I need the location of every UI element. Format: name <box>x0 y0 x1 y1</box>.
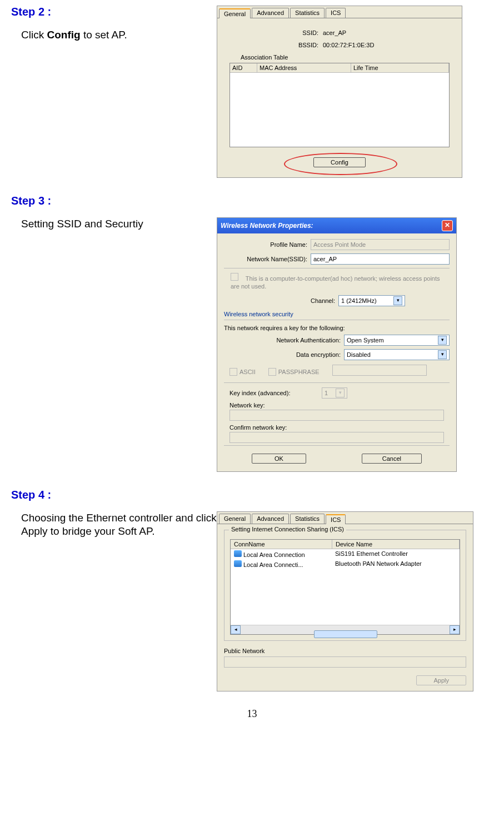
security-desc: This network requires a key for the foll… <box>224 325 450 331</box>
passphrase-input <box>332 365 427 376</box>
bssid-label: BSSID: <box>257 42 318 48</box>
network-icon <box>234 550 242 557</box>
step3-section: Step 3 : Setting SSID and Securtiy Wirel… <box>11 195 493 472</box>
confkey-input <box>229 432 444 443</box>
col-life: Life Time <box>351 63 449 72</box>
tab-advanced[interactable]: Advanced <box>252 514 289 524</box>
scroll-left-icon[interactable]: ◂ <box>231 625 241 634</box>
netkey-input <box>229 410 444 421</box>
passphrase-checkbox: PASSPHRASE <box>268 368 320 376</box>
col-aid: AID <box>230 63 257 72</box>
step3-body: Setting SSID and Securtiy <box>11 217 217 231</box>
channel-select[interactable]: 1 (2412MHz) ▾ <box>338 295 405 306</box>
chevron-down-icon: ▾ <box>438 336 447 345</box>
step4-body: Choosing the Ethernet controller and cli… <box>11 511 217 539</box>
ics-group: Setting Internet Connection Sharing (ICS… <box>224 530 466 641</box>
col-dev: Device Name <box>332 540 460 549</box>
profile-label: Profile Name: <box>224 241 307 248</box>
step4-title: Step 4 : <box>11 489 493 501</box>
chevron-down-icon: ▾ <box>393 296 402 305</box>
dialog-title: Wireless Network Properties: <box>221 222 313 230</box>
keyidx-select: 1 ▾ <box>322 387 347 399</box>
list-item[interactable]: Local Area Connecti... Bluetooth PAN Net… <box>231 559 460 569</box>
config-wrap: Config <box>224 157 455 167</box>
public-label: Public Network <box>224 648 466 654</box>
ics-legend: Setting Internet Connection Sharing (ICS… <box>229 526 346 533</box>
col-mac: MAC Address <box>257 63 351 72</box>
tab-general[interactable]: General <box>219 514 251 524</box>
ssid-label: SSID: <box>257 29 318 36</box>
network-icon <box>234 560 242 567</box>
tab-ics[interactable]: ICS <box>326 8 346 18</box>
dialog-titlebar: Wireless Network Properties: ✕ <box>217 218 456 233</box>
step4-tabs: General Advanced Statistics ICS <box>217 512 473 524</box>
keyidx-value: 1 <box>325 390 328 396</box>
tab-statistics[interactable]: Statistics <box>290 8 325 18</box>
step2-panel-body: SSID: acer_AP BSSID: 00:02:72:F1:0E:3D A… <box>217 18 462 177</box>
channel-label: Channel: <box>224 297 335 304</box>
step2-panel: General Advanced Statistics ICS SSID: ac… <box>217 6 462 178</box>
tab-ics[interactable]: ICS <box>326 514 346 524</box>
config-button[interactable]: Config <box>313 157 366 167</box>
step2-body: Click Config to set AP. <box>11 28 217 42</box>
conn-list[interactable]: ConnName Device Name Local Area Connecti… <box>230 539 460 635</box>
page-number: 13 <box>11 708 493 720</box>
apply-button[interactable]: Apply <box>416 675 466 685</box>
auth-select[interactable]: Open System ▾ <box>344 335 450 346</box>
step2-body-suffix: to set AP. <box>81 29 127 41</box>
ssid-input[interactable]: acer_AP <box>311 253 450 265</box>
col-conn: ConnName <box>231 540 332 549</box>
tab-advanced[interactable]: Advanced <box>252 8 289 18</box>
list-item[interactable]: Local Area Connection SiS191 Ethernet Co… <box>231 549 460 559</box>
scrollbar[interactable]: ◂ ▸ <box>231 625 460 634</box>
ssid-field-label: Network Name(SSID): <box>224 256 307 262</box>
public-input <box>224 656 466 668</box>
keyidx-label: Key index (advanced): <box>229 390 318 396</box>
profile-input: Access Point Mode <box>311 239 450 250</box>
ssid-value: acer_AP <box>323 29 346 36</box>
step4-panel: General Advanced Statistics ICS Setting … <box>217 511 473 691</box>
scroll-thumb[interactable] <box>314 630 378 638</box>
assoc-table: AID MAC Address Life Time <box>229 63 450 147</box>
step2-body-bold: Config <box>47 29 80 41</box>
step2-body-prefix: Click <box>21 29 47 41</box>
adhoc-checkbox <box>231 273 238 281</box>
assoc-title: Association Table <box>241 54 455 61</box>
step2-text: Step 2 : Click Config to set AP. <box>11 6 217 42</box>
step4-text: Choosing the Ethernet controller and cli… <box>11 511 217 539</box>
close-icon[interactable]: ✕ <box>442 220 453 231</box>
list-header: ConnName Device Name <box>231 540 460 549</box>
enc-value: Disabled <box>347 351 371 358</box>
security-title: Wireless network security <box>224 311 450 317</box>
step3-title: Step 3 : <box>11 195 493 207</box>
chevron-down-icon: ▾ <box>438 350 447 359</box>
confkey-label: Confirm network key: <box>229 424 450 431</box>
step2-row: Step 2 : Click Config to set AP. General… <box>11 6 493 178</box>
auth-label: Network Authentication: <box>224 337 341 344</box>
tab-general[interactable]: General <box>219 8 251 18</box>
netkey-label: Network key: <box>229 402 450 409</box>
assoc-header: AID MAC Address Life Time <box>230 63 449 73</box>
enc-label: Data encryption: <box>224 351 341 358</box>
chevron-down-icon: ▾ <box>336 389 345 397</box>
step2-tabs: General Advanced Statistics ICS <box>217 6 462 18</box>
step2-title: Step 2 : <box>11 6 217 18</box>
ok-button[interactable]: OK <box>252 454 306 464</box>
adhoc-note: This is a computer-to-computer(ad hoc) n… <box>231 275 440 290</box>
step3-text: Setting SSID and Securtiy <box>11 217 217 231</box>
cancel-button[interactable]: Cancel <box>362 454 422 464</box>
ascii-checkbox: ASCII <box>229 368 256 376</box>
step3-dialog: Wireless Network Properties: ✕ Profile N… <box>217 217 457 472</box>
channel-value: 1 (2412MHz) <box>341 297 377 304</box>
enc-select[interactable]: Disabled ▾ <box>344 349 450 360</box>
bssid-value: 00:02:72:F1:0E:3D <box>323 42 374 48</box>
auth-value: Open System <box>347 337 384 344</box>
tab-statistics[interactable]: Statistics <box>290 514 325 524</box>
scroll-right-icon[interactable]: ▸ <box>450 625 460 634</box>
step4-section: Step 4 : Choosing the Ethernet controlle… <box>11 489 493 691</box>
